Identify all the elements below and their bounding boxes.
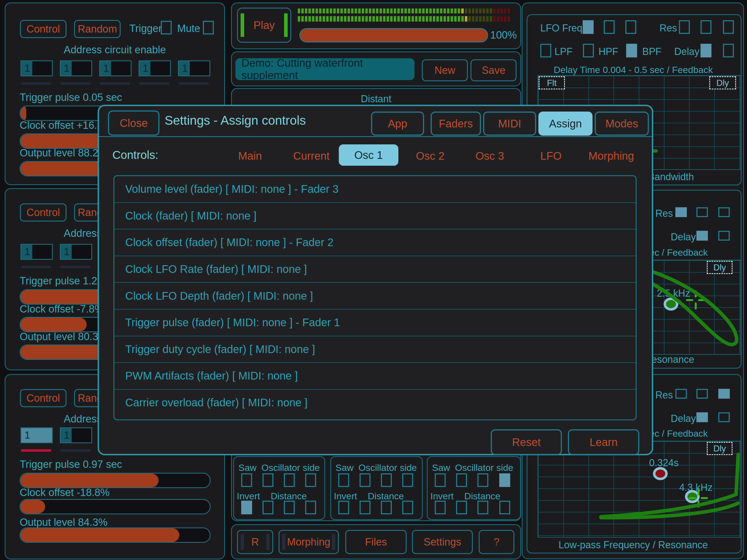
saw-checkbox-1[interactable] [241, 473, 252, 487]
delay-checkbox-1[interactable] [696, 412, 708, 422]
controls-tab-main[interactable]: Main [238, 150, 262, 162]
res-checkbox-1[interactable] [675, 389, 687, 399]
address-stepper-1-active[interactable]: 1 [21, 427, 53, 443]
hpf-checkbox[interactable] [583, 44, 594, 57]
morphing-button[interactable]: Morphing [279, 530, 339, 554]
distance-checkbox-1[interactable] [262, 501, 274, 514]
flt-xy-button[interactable]: Flt [539, 76, 565, 90]
delay-checkbox-2[interactable] [718, 231, 730, 240]
assignment-row[interactable]: Carrier overload (fader) [ MIDI: none ] [114, 390, 636, 416]
saw-checkbox-1[interactable] [435, 473, 446, 487]
assignment-row[interactable]: Clock (fader) [ MIDI: none ] [114, 203, 636, 230]
play-button[interactable]: Play [237, 8, 291, 43]
lfo-freq-checkbox-2[interactable] [604, 20, 615, 34]
dly-xy-button[interactable]: Dly [709, 76, 736, 90]
address-stepper-5[interactable]: 1 [178, 60, 210, 76]
saw-checkbox-3[interactable] [284, 473, 295, 487]
saw-checkbox-2[interactable] [456, 473, 467, 487]
assignment-row[interactable]: Trigger pulse (fader) [ MIDI: none ] - F… [114, 309, 636, 336]
address-stepper-1[interactable]: 1 [21, 60, 53, 76]
distance-checkbox-1[interactable] [360, 501, 370, 514]
control-button[interactable]: Control [20, 20, 67, 38]
lfo-freq-checkbox-1[interactable] [583, 20, 594, 34]
output-level-slider[interactable] [20, 528, 210, 543]
res-checkbox-3[interactable] [723, 20, 734, 34]
address-stepper-1[interactable]: 1 [21, 244, 53, 260]
trigger-checkbox[interactable] [161, 21, 172, 34]
distance-checkbox-3[interactable] [402, 501, 413, 514]
controls-tab-osc3[interactable]: Osc 3 [475, 150, 504, 162]
files-button[interactable]: Files [345, 530, 407, 554]
saw-checkbox-2[interactable] [262, 473, 274, 487]
learn-button[interactable]: Learn [568, 429, 639, 455]
saw-checkbox-4[interactable] [305, 473, 316, 487]
bpf-checkbox[interactable] [626, 44, 637, 57]
control-button[interactable]: Control [20, 203, 67, 222]
lpf-checkbox[interactable] [540, 44, 551, 57]
record-button[interactable]: R [237, 530, 273, 554]
new-preset-button[interactable]: New [422, 59, 468, 81]
address-stepper-4[interactable]: 1 [138, 60, 171, 76]
invert-checkbox[interactable] [338, 501, 349, 514]
cutoff-handle[interactable] [664, 298, 678, 311]
distance-checkbox-2[interactable] [478, 501, 488, 514]
saw-checkbox-3[interactable] [381, 473, 392, 487]
controls-tab-current[interactable]: Current [293, 150, 330, 162]
tab-midi[interactable]: MIDI [483, 111, 536, 136]
controls-tab-osc1-active[interactable]: Osc 1 [339, 144, 398, 166]
saw-checkbox-2[interactable] [360, 473, 370, 487]
distance-checkbox-1[interactable] [456, 501, 467, 514]
assignment-row[interactable]: Clock offset (fader) [ MIDI: none ] - Fa… [114, 229, 636, 256]
res-checkbox-2[interactable] [696, 389, 708, 399]
distance-checkbox-2[interactable] [381, 501, 392, 514]
delay-time-handle[interactable] [653, 467, 668, 480]
assignment-row[interactable]: PWM Artifacts (fader) [ MIDI: none ] [114, 363, 636, 390]
dly-xy-button[interactable]: Dly [707, 261, 732, 274]
address-stepper-2[interactable]: 1 [60, 427, 92, 443]
tab-modes[interactable]: Modes [595, 111, 649, 136]
invert-checkbox[interactable] [241, 501, 252, 514]
mute-checkbox[interactable] [203, 21, 214, 34]
controls-tab-morphing[interactable]: Morphing [588, 150, 634, 162]
address-stepper-2[interactable]: 1 [60, 244, 92, 260]
trigger-pulse-slider[interactable] [20, 473, 210, 488]
distance-checkbox-3[interactable] [499, 501, 510, 514]
delay-checkbox-2[interactable] [723, 44, 734, 57]
invert-checkbox[interactable] [435, 501, 446, 514]
res-checkbox-3[interactable] [718, 207, 730, 217]
help-button[interactable]: ? [479, 530, 514, 554]
control-button[interactable]: Control [20, 389, 67, 407]
saw-checkbox-3[interactable] [478, 473, 488, 487]
preset-name-field[interactable]: Demo: Cutting waterfront supplement [235, 58, 414, 80]
clock-offset-slider[interactable] [20, 499, 210, 514]
saw-checkbox-4[interactable] [499, 473, 510, 487]
delay-checkbox-2[interactable] [718, 412, 730, 422]
reset-button[interactable]: Reset [491, 429, 562, 455]
saw-checkbox-1[interactable] [338, 473, 349, 487]
delay-checkbox-1[interactable] [700, 44, 712, 57]
close-button[interactable]: Close [108, 110, 159, 136]
settings-button[interactable]: Settings [412, 530, 473, 554]
tab-app[interactable]: App [371, 111, 424, 136]
lfo-freq-checkbox-3[interactable] [625, 20, 636, 34]
master-progress-bar[interactable] [300, 28, 488, 42]
random-button[interactable]: Random [74, 20, 121, 38]
tab-assign-active[interactable]: Assign [538, 111, 593, 136]
tab-faders[interactable]: Faders [431, 111, 481, 136]
assignment-row[interactable]: Clock LFO Depth (fader) [ MIDI: none ] [114, 283, 636, 309]
res-checkbox-3[interactable] [718, 389, 730, 399]
delay-checkbox-1[interactable] [696, 231, 708, 240]
res-checkbox-1[interactable] [675, 207, 687, 217]
distance-checkbox-3[interactable] [305, 501, 316, 514]
address-stepper-3[interactable]: 1 [99, 60, 131, 76]
controls-tab-lfo[interactable]: LFO [540, 150, 562, 162]
saw-checkbox-4[interactable] [402, 473, 413, 487]
res-checkbox-2[interactable] [696, 207, 708, 217]
res-checkbox-2[interactable] [700, 20, 712, 34]
assignment-row[interactable]: Clock LFO Rate (fader) [ MIDI: none ] [114, 256, 636, 283]
assignment-row[interactable]: Volume level (fader) [ MIDI: none ] - Fa… [114, 176, 636, 203]
save-preset-button[interactable]: Save [470, 59, 516, 81]
distance-checkbox-2[interactable] [284, 501, 295, 514]
dly-xy-button[interactable]: Dly [707, 442, 732, 455]
res-checkbox-1[interactable] [679, 20, 690, 34]
